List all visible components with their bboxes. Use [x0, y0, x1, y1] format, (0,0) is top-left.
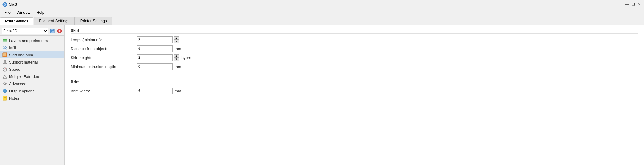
sidebar: Freak3D	[0, 25, 65, 165]
skirt-icon	[2, 52, 7, 57]
svg-rect-11	[3, 41, 7, 42]
distance-input[interactable]	[137, 45, 173, 52]
skirt-section-title: Skirt	[71, 28, 638, 34]
title-bar-left: S Slic3r	[2, 2, 18, 7]
sidebar-item-notes[interactable]: Notes	[0, 94, 64, 102]
app-logo: S	[2, 2, 7, 7]
menu-window[interactable]: Window	[14, 10, 33, 15]
content-area: Skirt Loops (minimum): ▲ ▼ Distance from…	[65, 25, 644, 165]
sidebar-item-support[interactable]: Support material	[0, 58, 64, 66]
profile-row: Freak3D	[0, 26, 64, 36]
main-content: Freak3D	[0, 25, 644, 165]
height-input[interactable]	[137, 54, 173, 61]
sidebar-item-extruders[interactable]: Multiple Extruders	[0, 73, 64, 80]
svg-rect-18	[4, 60, 6, 63]
skirt-section: Skirt Loops (minimum): ▲ ▼ Distance from…	[71, 28, 638, 70]
height-input-wrapper: ▲ ▼ layers	[137, 54, 191, 61]
profile-select[interactable]: Freak3D	[2, 28, 48, 34]
sidebar-label-skirt: Skirt and brim	[9, 53, 33, 57]
extruders-icon	[2, 74, 7, 79]
tab-filament-settings[interactable]: Filament Settings	[34, 17, 74, 25]
svg-point-25	[4, 83, 6, 85]
section-separator	[71, 76, 638, 76]
menu-file[interactable]: File	[1, 10, 14, 15]
sidebar-label-output: Output options	[9, 89, 35, 93]
title-bar: S Slic3r — ❐ ✕	[0, 0, 644, 9]
advanced-icon	[2, 81, 7, 86]
loops-spinner-down[interactable]: ▼	[174, 40, 179, 43]
height-unit: layers	[181, 56, 191, 60]
svg-rect-9	[3, 39, 7, 40]
sidebar-item-advanced[interactable]: Advanced	[0, 80, 64, 87]
svg-point-22	[5, 69, 5, 70]
sidebar-label-infill: Infill	[9, 46, 16, 50]
tab-printer-settings[interactable]: Printer Settings	[75, 17, 112, 25]
svg-rect-3	[51, 29, 53, 30]
maximize-button[interactable]: ❐	[631, 2, 636, 7]
height-spinner-up[interactable]: ▲	[174, 54, 179, 58]
sidebar-label-notes: Notes	[9, 96, 19, 100]
sidebar-item-infill[interactable]: Infill	[0, 44, 64, 51]
height-spinner: ▲ ▼	[174, 54, 179, 61]
brim-section-title: Brim	[71, 80, 638, 85]
distance-row: Distance from object: mm	[71, 45, 638, 52]
tabs-bar: Print Settings Filament Settings Printer…	[0, 16, 644, 25]
sidebar-label-speed: Speed	[9, 67, 20, 72]
tab-print-settings[interactable]: Print Settings	[0, 17, 33, 25]
menu-bar: File Window Help	[0, 9, 644, 16]
svg-text:i: i	[5, 90, 5, 93]
min-extrusion-input-wrapper: mm	[137, 63, 181, 70]
distance-label: Distance from object:	[71, 46, 137, 51]
svg-rect-5	[51, 31, 52, 32]
speed-icon	[2, 67, 7, 72]
delete-profile-button[interactable]	[56, 28, 63, 34]
sidebar-label-support: Support material	[9, 60, 38, 64]
close-button[interactable]: ✕	[637, 2, 642, 7]
distance-input-wrapper: mm	[137, 45, 181, 52]
support-icon	[2, 60, 7, 64]
layers-icon	[2, 38, 7, 43]
brim-section: Brim Brim width: mm	[71, 80, 638, 94]
save-icon	[50, 28, 55, 33]
brim-width-label: Brim width:	[71, 89, 137, 93]
height-label: Skirt height:	[71, 56, 137, 60]
loops-row: Loops (minimum): ▲ ▼	[71, 36, 638, 43]
delete-icon	[57, 28, 62, 33]
output-icon: i	[2, 88, 7, 93]
height-row: Skirt height: ▲ ▼ layers	[71, 54, 638, 61]
min-extrusion-unit: mm	[175, 64, 181, 69]
save-profile-button[interactable]	[49, 28, 55, 34]
title-bar-controls: — ❐ ✕	[625, 2, 642, 7]
brim-width-unit: mm	[175, 89, 181, 93]
infill-icon	[2, 45, 7, 50]
height-spinner-down[interactable]: ▼	[174, 58, 179, 61]
app-title: Slic3r	[9, 2, 18, 7]
loops-input-wrapper: ▲ ▼	[137, 36, 179, 43]
sidebar-label-extruders: Multiple Extruders	[9, 74, 40, 79]
svg-rect-19	[3, 63, 7, 64]
loops-input[interactable]	[137, 36, 173, 43]
min-extrusion-row: Minimum extrusion length: mm	[71, 63, 638, 70]
sidebar-label-layers: Layers and perimeters	[9, 38, 48, 43]
menu-help[interactable]: Help	[33, 10, 47, 15]
min-extrusion-label: Minimum extrusion length:	[71, 64, 137, 69]
distance-unit: mm	[175, 46, 181, 51]
svg-text:S: S	[4, 3, 6, 6]
sidebar-item-output[interactable]: i Output options	[0, 87, 64, 94]
sidebar-item-speed[interactable]: Speed	[0, 66, 64, 73]
sidebar-label-advanced: Advanced	[9, 82, 26, 86]
loops-spinner: ▲ ▼	[174, 36, 179, 43]
brim-width-row: Brim width: mm	[71, 87, 638, 94]
sidebar-item-skirt[interactable]: Skirt and brim	[0, 51, 64, 58]
minimize-button[interactable]: —	[625, 2, 630, 7]
brim-width-input[interactable]	[137, 88, 173, 94]
notes-icon	[2, 96, 7, 100]
brim-width-input-wrapper: mm	[137, 88, 181, 94]
sidebar-item-layers[interactable]: Layers and perimeters	[0, 37, 64, 44]
svg-rect-17	[3, 53, 6, 56]
loops-spinner-up[interactable]: ▲	[174, 36, 179, 40]
svg-rect-10	[3, 40, 7, 41]
loops-label: Loops (minimum):	[71, 38, 137, 42]
min-extrusion-input[interactable]	[137, 63, 173, 70]
